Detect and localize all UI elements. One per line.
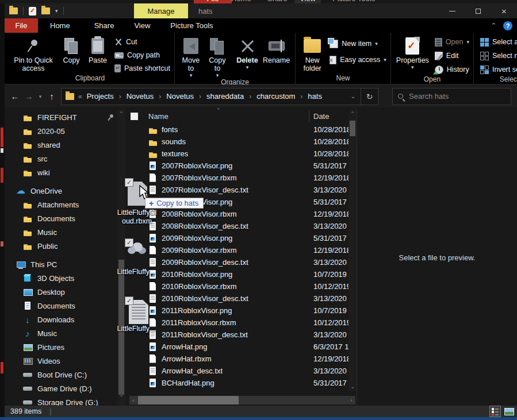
file-row[interactable]: ArrowHat.rbxm 12/19/2018: [125, 353, 357, 365]
sidebar-item[interactable]: Attachments: [5, 198, 117, 211]
scroll-left-icon[interactable]: ‹: [129, 398, 137, 403]
sidebar-item[interactable]: Videos: [5, 354, 117, 368]
file-row[interactable]: 2007RobloxVisor_desc.txt 3/13/2020 8: [125, 184, 357, 196]
select-all-button[interactable]: Select all: [480, 36, 517, 48]
tab-view[interactable]: View: [126, 18, 158, 33]
scroll-right-icon[interactable]: ›: [347, 398, 355, 403]
sidebar-item[interactable]: Downloads: [5, 313, 117, 326]
invert-selection-button[interactable]: Invert selection: [480, 64, 517, 75]
sidebar-item[interactable]: Pictures: [5, 340, 117, 354]
cut-button[interactable]: Cut: [114, 36, 170, 48]
column-header-date[interactable]: Date: [313, 112, 329, 121]
breadcrumb-segment[interactable]: Novetus: [127, 92, 154, 101]
help-icon[interactable]: ?: [503, 21, 512, 30]
breadcrumb-segment[interactable]: Projects: [87, 92, 114, 101]
sidebar-item[interactable]: Game Drive (D:): [5, 382, 117, 395]
sidebar-item[interactable]: Music: [5, 326, 117, 340]
rename-button[interactable]: Rename: [261, 34, 292, 64]
file-row[interactable]: 2009RobloxVisor.png 5/31/2017 7: [125, 232, 357, 244]
search-input[interactable]: [408, 91, 494, 101]
file-row[interactable]: 2007RobloxVisor.rbxm 12/19/2018: [125, 172, 357, 184]
open-button[interactable]: Open ▾: [435, 36, 469, 48]
qat-customize-chevron-icon[interactable]: ▾: [55, 8, 58, 14]
breadcrumb-segment[interactable]: hats: [308, 92, 322, 101]
qat-folder-icon[interactable]: [9, 7, 18, 14]
copy-button[interactable]: Copy: [58, 34, 85, 64]
scroll-up-icon[interactable]: ⌃: [117, 111, 125, 117]
minimize-button[interactable]: [439, 3, 465, 18]
file-row[interactable]: 2011RobloxVisor.png 10/7/2019 3: [125, 305, 357, 317]
breadcrumb[interactable]: « Projects›Novetus›Novetus›shareddata›ch…: [61, 88, 378, 105]
breadcrumb-segment[interactable]: charcustom: [256, 92, 295, 101]
file-row[interactable]: ArrowHat_desc.txt 3/13/2020 8: [125, 365, 357, 377]
file-row[interactable]: 2009RobloxVisor.rbxm 12/19/2018: [125, 244, 357, 256]
sidebar-item[interactable]: Public: [5, 239, 117, 253]
file-row[interactable]: 2010RobloxVisor.png 10/7/2019 3: [125, 268, 357, 280]
close-button[interactable]: ×: [491, 3, 517, 18]
copy-to-button[interactable]: Copy to ▾: [204, 34, 231, 78]
details-view-button[interactable]: [489, 406, 501, 417]
paste-button[interactable]: Paste: [85, 34, 111, 64]
select-all-checkbox[interactable]: [131, 113, 138, 120]
select-none-button[interactable]: Select none: [480, 50, 517, 61]
collapse-ribbon-icon[interactable]: ⌃: [491, 22, 496, 29]
forward-button[interactable]: →: [22, 91, 36, 101]
sidebar-item[interactable]: Storage Drive (G:): [5, 395, 117, 406]
file-row[interactable]: BCHardHat.png 5/31/2017 7: [125, 377, 357, 389]
sidebar-item[interactable]: Desktop: [5, 285, 117, 299]
sidebar-item[interactable]: Music: [5, 225, 117, 239]
scroll-down-icon[interactable]: ⌄: [349, 384, 357, 390]
sidebar-item[interactable]: 2020-05: [5, 124, 117, 138]
sidebar-item[interactable]: Documents: [5, 299, 117, 313]
tab-manage[interactable]: Manage: [134, 3, 188, 18]
file-row[interactable]: ArrowHat.png 6/3/2017 11: [125, 341, 357, 353]
sidebar-item-onedrive[interactable]: OneDrive: [5, 184, 117, 198]
column-divider[interactable]: [309, 110, 309, 122]
file-list-scrollbar-thumb[interactable]: [350, 121, 355, 136]
properties-button[interactable]: Properties ▾: [394, 34, 431, 70]
maximize-button[interactable]: [465, 3, 491, 18]
qat-properties-icon[interactable]: [29, 7, 36, 16]
tab-home[interactable]: Home: [38, 18, 82, 33]
file-row[interactable]: 2008RobloxVisor_desc.txt 3/13/2020 8: [125, 220, 357, 232]
qat-new-folder-icon[interactable]: [41, 7, 50, 14]
pin-to-quick-access-button[interactable]: Pin to Quick access: [9, 34, 58, 72]
up-button[interactable]: ↑: [45, 91, 59, 101]
file-row[interactable]: 2010RobloxVisor_desc.txt 3/13/2020 8: [125, 292, 357, 305]
file-row[interactable]: 2007RobloxVisor.png 5/31/2017 7: [125, 160, 357, 172]
breadcrumb-segment[interactable]: Novetus: [166, 92, 194, 101]
sidebar-item-this-pc[interactable]: This PC: [5, 257, 117, 271]
file-row[interactable]: fonts 10/28/2018: [125, 124, 357, 136]
edit-button[interactable]: Edit: [435, 50, 469, 61]
sidebar-item[interactable]: shared: [5, 138, 117, 152]
move-to-button[interactable]: Move to ▾: [178, 34, 204, 78]
horizontal-scrollbar-thumb[interactable]: [138, 396, 239, 404]
new-item-button[interactable]: New item ▾: [330, 38, 386, 49]
file-row[interactable]: 2008RobloxVisor.rbxm 12/19/2018: [125, 208, 357, 220]
sidebar-item[interactable]: Documents: [5, 211, 117, 225]
column-header-name[interactable]: Name: [148, 112, 168, 121]
refresh-icon[interactable]: ↻: [361, 88, 378, 105]
scroll-down-icon[interactable]: ⌄: [117, 392, 125, 398]
file-row[interactable]: 2011RobloxVisor_desc.txt 3/13/2020 8: [125, 329, 357, 341]
history-button[interactable]: History: [435, 64, 469, 75]
file-list-scrollbar[interactable]: ⌃ ⌄: [349, 109, 357, 391]
file-row[interactable]: 2009RobloxVisor_desc.txt 3/13/2020 8: [125, 256, 357, 268]
sidebar-item[interactable]: 3D Objects: [5, 271, 117, 285]
file-row[interactable]: textures 10/28/2018: [125, 148, 357, 160]
breadcrumb-segment[interactable]: shareddata: [206, 92, 244, 101]
horizontal-scrollbar[interactable]: ‹ ›: [129, 396, 355, 404]
file-row[interactable]: sounds 10/28/2018: [125, 136, 357, 148]
new-folder-button[interactable]: New folder: [298, 34, 326, 72]
paste-shortcut-button[interactable]: Paste shortcut: [114, 63, 170, 74]
tab-share[interactable]: Share: [82, 18, 127, 33]
file-row[interactable]: 2010RobloxVisor.rbxm 10/12/2019: [125, 280, 357, 292]
easy-access-button[interactable]: Easy access ▾: [330, 54, 386, 65]
scroll-up-icon[interactable]: ⌃: [349, 111, 357, 117]
sidebar-item[interactable]: wiki: [5, 165, 117, 179]
tab-picture-tools[interactable]: Picture Tools: [158, 18, 225, 33]
back-button[interactable]: ←: [8, 91, 22, 101]
recent-locations-chevron-icon[interactable]: ▾: [36, 94, 45, 99]
address-dropdown-chevron-icon[interactable]: ⌄: [346, 93, 361, 99]
breadcrumb-overflow-icon[interactable]: «: [78, 93, 82, 101]
